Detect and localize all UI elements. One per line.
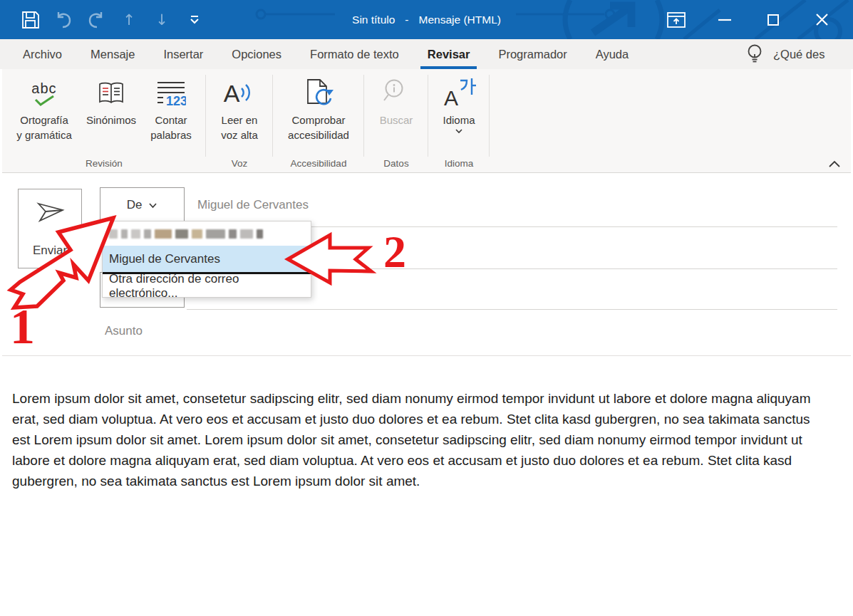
subject-label: Asunto — [105, 324, 143, 338]
thesaurus-button[interactable]: Sinónimos — [86, 69, 136, 127]
tab-label: Programador — [498, 48, 567, 61]
tab-archivo[interactable]: Archivo — [9, 39, 76, 69]
button-label: Leer en — [221, 113, 258, 127]
button-label: accesibilidad — [288, 127, 349, 142]
app-title: Mensaje (HTML) — [419, 14, 501, 26]
window-controls — [652, 0, 846, 39]
group-label-revision: Revisión — [2, 158, 206, 169]
tab-formato-de-texto[interactable]: Formato de texto — [296, 39, 413, 69]
paper-plane-icon — [34, 199, 66, 225]
from-dropdown-menu: Miguel de Cervantes Otra dirección de co… — [102, 221, 311, 298]
cc-field-underline[interactable] — [187, 309, 837, 310]
tab-label: Insertar — [163, 48, 203, 61]
tab-revisar-active[interactable]: Revisar — [413, 39, 485, 69]
maximize-icon[interactable] — [749, 0, 797, 39]
language-button[interactable]: A Idioma — [443, 69, 475, 134]
read-aloud-icon: A — [224, 74, 256, 113]
dropdown-item-censored-email[interactable] — [103, 221, 311, 246]
collapse-ribbon-chevron-icon[interactable] — [827, 158, 842, 169]
ribbon-display-options-icon[interactable] — [652, 0, 701, 39]
ribbon-group-revision: abc Ortografía y gramática — [2, 69, 206, 172]
tab-label: Archivo — [23, 48, 62, 61]
ribbon-group-idioma: A Idioma Idioma — [428, 69, 490, 172]
tab-label: Opciones — [232, 48, 281, 61]
chevron-down-icon — [455, 128, 463, 134]
dropdown-item-miguel-de-cervantes[interactable]: Miguel de Cervantes — [103, 246, 311, 272]
button-label: Sinónimos — [86, 113, 136, 127]
button-label: Comprobar — [288, 113, 349, 127]
ribbon-revisar: abc Ortografía y gramática — [2, 69, 851, 173]
tab-opciones[interactable]: Opciones — [217, 39, 296, 69]
search-info-icon — [382, 74, 410, 113]
accessibility-check-icon — [302, 74, 335, 113]
thesaurus-book-icon — [97, 74, 125, 113]
send-label: Enviar — [33, 244, 67, 258]
button-label: Contar — [150, 113, 192, 127]
letter-a-text: A — [224, 80, 240, 106]
button-label: Ortografía — [16, 113, 72, 127]
title-separator: - — [405, 14, 408, 26]
tell-me-search[interactable]: ¿Qué des — [746, 39, 853, 69]
search-button-disabled[interactable]: Buscar — [380, 69, 413, 127]
group-label-datos: Datos — [364, 158, 428, 169]
dropdown-item-label: Miguel de Cervantes — [109, 252, 220, 266]
spelling-grammar-button[interactable]: abc Ortografía y gramática — [16, 69, 72, 142]
tab-insertar[interactable]: Insertar — [149, 39, 217, 69]
from-button[interactable]: De — [100, 187, 185, 223]
group-label-accesibilidad: Accesibilidad — [273, 158, 364, 169]
word-count-icon: 123 — [156, 74, 186, 113]
titlebar: ↑ ↓ Sin título - Mensaje (HTML) — [0, 0, 853, 39]
check-accessibility-button[interactable]: Comprobar accesibilidad — [288, 69, 349, 142]
button-label: palabras — [150, 127, 192, 142]
ribbon-group-voz: A Leer en voz alta Voz — [206, 69, 273, 172]
ribbon-group-accesibilidad: Comprobar accesibilidad Accesibilidad — [273, 69, 364, 172]
lightbulb-icon — [746, 43, 763, 65]
from-label: De — [127, 198, 143, 212]
tab-label: Mensaje — [91, 48, 135, 61]
compose-header: Enviar De Miguel de Cervantes — [2, 173, 851, 355]
ribbon-tabs: Archivo Mensaje Insertar Opciones Format… — [0, 39, 853, 69]
tab-ayuda[interactable]: Ayuda — [581, 39, 643, 69]
button-label: Idioma — [443, 113, 475, 127]
button-label: Buscar — [380, 113, 413, 127]
dropdown-item-label: Otra dirección de correo electrónico... — [109, 272, 311, 301]
button-label: y gramática — [16, 127, 72, 142]
body-paragraph: Lorem ipsum dolor sit amet, consetetur s… — [12, 388, 817, 491]
word-count-button[interactable]: 123 Contar palabras — [150, 69, 192, 142]
message-body-editor[interactable]: Lorem ipsum dolor sit amet, consetetur s… — [2, 355, 851, 613]
spellcheck-icon: abc — [31, 74, 56, 113]
send-button[interactable]: Enviar — [18, 189, 82, 268]
from-value-text: Miguel de Cervantes — [197, 198, 309, 212]
abc-text: abc — [31, 81, 56, 95]
group-label-idioma: Idioma — [428, 158, 490, 169]
ribbon-group-datos: Buscar Datos — [364, 69, 428, 172]
button-label: voz alta — [221, 127, 258, 142]
tab-mensaje[interactable]: Mensaje — [76, 39, 149, 69]
outlook-message-window: ↑ ↓ Sin título - Mensaje (HTML) — [0, 0, 853, 616]
chevron-down-icon — [148, 202, 157, 209]
tab-label: Ayuda — [596, 48, 629, 61]
group-label-voz: Voz — [206, 158, 273, 169]
tab-label: Formato de texto — [310, 48, 399, 61]
document-title: Sin título — [352, 14, 395, 26]
translate-language-icon: A — [443, 74, 475, 113]
count-123-text: 123 — [166, 94, 186, 108]
tab-label: Revisar — [428, 48, 470, 61]
minimize-icon[interactable] — [701, 0, 749, 39]
dropdown-item-other-address[interactable]: Otra dirección de correo electrónico... — [103, 274, 311, 298]
read-aloud-button[interactable]: A Leer en voz alta — [221, 69, 258, 142]
tab-programador[interactable]: Programador — [484, 39, 581, 69]
tell-me-label: ¿Qué des — [773, 48, 853, 61]
close-icon[interactable] — [797, 0, 846, 39]
